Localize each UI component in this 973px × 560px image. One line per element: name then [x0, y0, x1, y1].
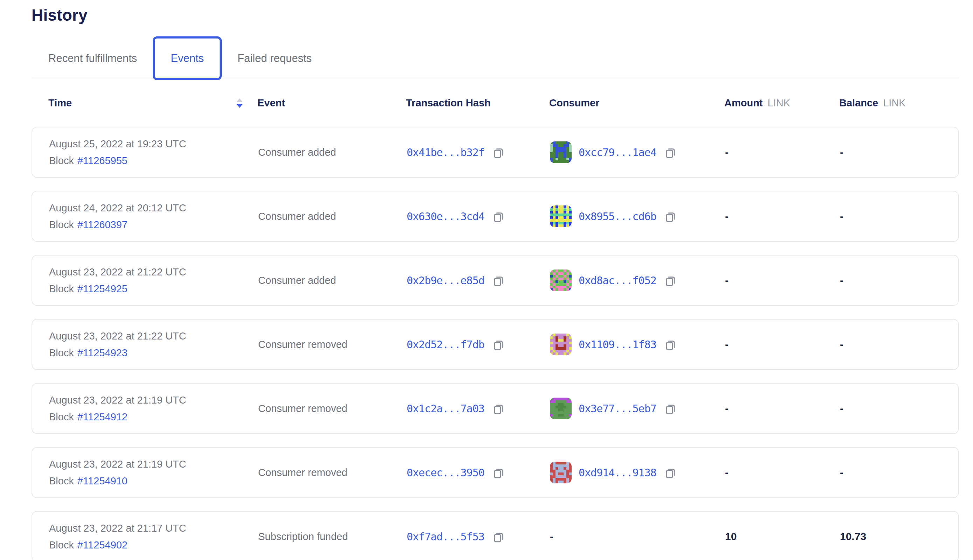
- block-number-link[interactable]: #11254923: [77, 347, 127, 359]
- consumer-avatar-identicon: [550, 462, 572, 483]
- copy-icon[interactable]: [664, 273, 677, 287]
- consumer-address-link[interactable]: 0x1109...1f83: [578, 338, 656, 351]
- block-number-link[interactable]: #11265955: [77, 155, 127, 167]
- column-header-time: Time: [48, 97, 72, 109]
- consumer-cell: 0xd914...9138: [550, 462, 725, 483]
- table-header: Time Event Transaction Hash Consumer Amo…: [32, 97, 959, 109]
- copy-icon[interactable]: [664, 465, 677, 480]
- copy-icon[interactable]: [664, 402, 677, 415]
- consumer-avatar-identicon: [550, 270, 572, 291]
- balance-unit-label: LINK: [883, 97, 905, 109]
- consumer-avatar-identicon: [550, 205, 572, 227]
- copy-icon[interactable]: [664, 337, 677, 352]
- row-balance: -: [840, 467, 958, 478]
- transaction-hash-link[interactable]: 0x2b9e...e85d: [407, 274, 485, 287]
- tab-failed-requests[interactable]: Failed requests: [222, 37, 328, 80]
- event-rows: August 25, 2022 at 19:23 UTC Block #1126…: [32, 127, 973, 560]
- consumer-avatar-identicon: [550, 333, 572, 355]
- row-event-type: Consumer added: [258, 211, 407, 222]
- consumer-cell: 0x3e77...5eb7: [550, 398, 725, 419]
- sort-desc-icon: [236, 104, 243, 108]
- copy-icon[interactable]: [664, 145, 677, 159]
- tab-recent-fulfillments[interactable]: Recent fulfillments: [32, 37, 153, 80]
- row-event-type: Consumer added: [258, 275, 407, 286]
- row-timestamp: August 25, 2022 at 19:23 UTC: [49, 138, 258, 150]
- transaction-hash-link[interactable]: 0x41be...b32f: [407, 146, 485, 158]
- block-label: Block: [49, 219, 74, 231]
- block-number-link[interactable]: #11254902: [77, 539, 127, 551]
- consumer-address-link[interactable]: 0xcc79...1ae4: [578, 146, 656, 158]
- consumer-address-link[interactable]: 0x8955...cd6b: [578, 210, 656, 223]
- row-event-type: Consumer added: [258, 147, 407, 158]
- transaction-hash-link[interactable]: 0x1c2a...7a03: [407, 402, 485, 415]
- consumer-address-link[interactable]: 0x3e77...5eb7: [578, 402, 656, 415]
- row-balance: -: [840, 402, 958, 414]
- tab-events[interactable]: Events: [153, 37, 222, 80]
- consumer-empty-dash: -: [550, 531, 553, 542]
- block-number-link[interactable]: #11254925: [77, 283, 127, 295]
- column-header-consumer: Consumer: [549, 97, 724, 109]
- row-event-type: Subscription funded: [258, 531, 407, 542]
- row-balance: -: [840, 274, 958, 286]
- row-balance: -: [840, 338, 958, 350]
- column-header-amount: Amount LINK: [724, 97, 839, 109]
- row-timestamp: August 23, 2022 at 21:19 UTC: [49, 395, 258, 406]
- transaction-hash-link[interactable]: 0xecec...3950: [407, 467, 485, 479]
- transaction-hash-link[interactable]: 0x2d52...f7db: [407, 338, 485, 351]
- row-amount: 10: [725, 531, 840, 542]
- table-row: August 23, 2022 at 21:22 UTC Block #1125…: [32, 319, 959, 370]
- row-event-type: Consumer removed: [258, 339, 407, 350]
- row-timestamp: August 23, 2022 at 21:17 UTC: [49, 523, 258, 534]
- copy-icon[interactable]: [664, 209, 677, 223]
- copy-icon[interactable]: [492, 465, 505, 480]
- row-event-type: Consumer removed: [258, 403, 407, 414]
- transaction-hash-link[interactable]: 0xf7ad...5f53: [407, 531, 485, 543]
- consumer-cell: 0x8955...cd6b: [550, 205, 725, 227]
- column-header-transaction-hash: Transaction Hash: [406, 97, 549, 109]
- table-row: August 23, 2022 at 21:19 UTC Block #1125…: [32, 447, 959, 498]
- copy-icon[interactable]: [492, 530, 505, 543]
- history-page: History Recent fulfillments Events Faile…: [0, 0, 973, 560]
- consumer-avatar-identicon: [550, 142, 572, 163]
- copy-icon[interactable]: [492, 273, 505, 287]
- copy-icon[interactable]: [492, 145, 505, 159]
- table-row: August 23, 2022 at 21:19 UTC Block #1125…: [32, 383, 959, 434]
- consumer-avatar-identicon: [550, 398, 572, 419]
- row-event-type: Consumer removed: [258, 467, 407, 478]
- sort-indicator[interactable]: [236, 98, 243, 108]
- block-label: Block: [49, 347, 74, 359]
- copy-icon[interactable]: [492, 402, 505, 415]
- block-label: Block: [49, 475, 74, 487]
- row-amount: -: [725, 274, 840, 286]
- page-title: History: [32, 6, 973, 25]
- row-amount: -: [725, 467, 840, 478]
- row-amount: -: [725, 402, 840, 414]
- transaction-hash-link[interactable]: 0x630e...3cd4: [407, 210, 485, 223]
- copy-icon[interactable]: [492, 337, 505, 352]
- row-timestamp: August 23, 2022 at 21:19 UTC: [49, 458, 258, 470]
- block-number-link[interactable]: #11254912: [77, 411, 127, 423]
- consumer-cell: 0x1109...1f83: [550, 333, 725, 355]
- block-label: Block: [49, 283, 74, 295]
- row-balance: -: [840, 146, 958, 158]
- table-row: August 25, 2022 at 19:23 UTC Block #1126…: [32, 127, 959, 178]
- column-header-balance: Balance LINK: [839, 97, 959, 109]
- table-row: August 23, 2022 at 21:17 UTC Block #1125…: [32, 511, 959, 560]
- row-timestamp: August 23, 2022 at 21:22 UTC: [49, 267, 258, 278]
- block-label: Block: [49, 155, 74, 167]
- copy-icon[interactable]: [492, 209, 505, 223]
- block-number-link[interactable]: #11254910: [77, 475, 127, 487]
- consumer-address-link[interactable]: 0xd914...9138: [578, 467, 656, 479]
- block-label: Block: [49, 539, 74, 551]
- consumer-cell: 0xd8ac...f052: [550, 270, 725, 291]
- sort-asc-icon: [236, 98, 243, 102]
- table-row: August 23, 2022 at 21:22 UTC Block #1125…: [32, 255, 959, 306]
- row-balance: 10.73: [840, 531, 958, 542]
- block-label: Block: [49, 411, 74, 423]
- row-balance: -: [840, 210, 958, 222]
- consumer-address-link[interactable]: 0xd8ac...f052: [578, 274, 656, 287]
- block-number-link[interactable]: #11260397: [77, 219, 127, 231]
- amount-unit-label: LINK: [768, 97, 790, 109]
- consumer-cell: 0xcc79...1ae4: [550, 142, 725, 163]
- row-timestamp: August 24, 2022 at 20:12 UTC: [49, 202, 258, 214]
